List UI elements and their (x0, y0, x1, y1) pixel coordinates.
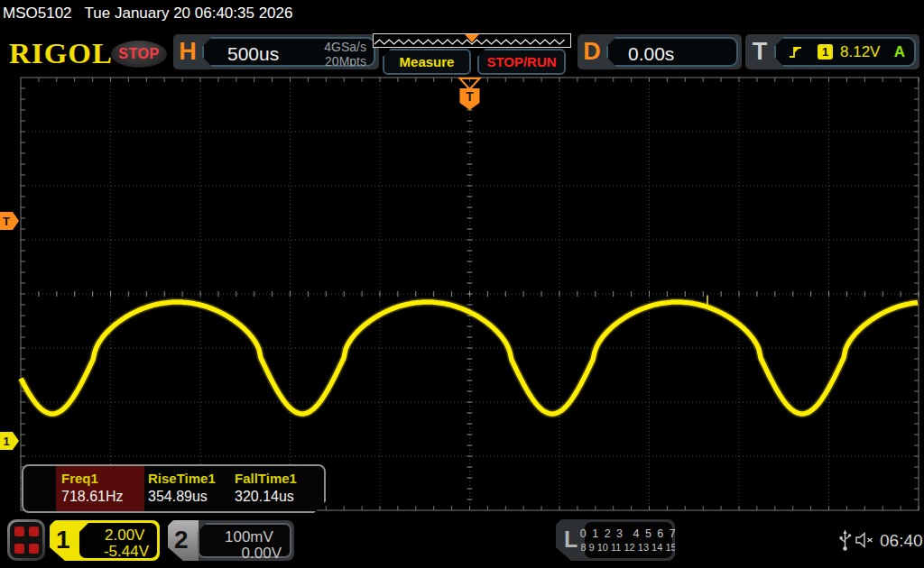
channel2-status-box[interactable]: 2 100mV 0.00V (168, 520, 294, 561)
measure-button[interactable]: Measure (383, 49, 471, 75)
timebase-value: 500us (227, 43, 279, 65)
logic-label: L (564, 527, 578, 553)
measurement-name: Freq1 (61, 471, 98, 486)
trigger-position-marker[interactable]: T (460, 78, 480, 110)
main-menu-button[interactable] (7, 519, 45, 561)
svg-text:T: T (466, 89, 474, 104)
horizontal-position-indicator[interactable] (373, 33, 571, 48)
usb-icon (838, 528, 852, 552)
delay-value: 0.00s (628, 43, 674, 65)
trigger-label: T (745, 34, 774, 69)
sample-rate: 4GSa/s (324, 40, 366, 54)
horizontal-label: H (173, 34, 202, 69)
measurement-panel[interactable]: Freq1 718.61Hz RiseTime1 354.89us FallTi… (22, 464, 326, 513)
measurement-value: 354.89us (148, 489, 208, 505)
horizontal-settings-box[interactable]: H 500us 4GSa/s 20Mpts (173, 34, 379, 69)
top-info-bar: MSO5102 Tue January 20 06:40:35 2026 (3, 5, 292, 23)
logic-row-0-7: 0 1 2 3 4 5 6 7 (580, 527, 677, 540)
channel2-values-box: 100mV 0.00V (198, 523, 291, 558)
logic-channels-box[interactable]: L 0 1 2 3 4 5 6 7 8 9 10 11 12 13 14 15 (556, 519, 675, 561)
channel1-ground-marker[interactable]: 1 (0, 432, 19, 450)
trigger-level-value: 8.12V (840, 43, 880, 61)
horizontal-box: 500us 4GSa/s 20Mpts (202, 37, 375, 67)
svg-text:T: T (3, 215, 10, 228)
delay-label: D (578, 34, 606, 69)
delay-box: 0.00s (606, 37, 738, 67)
model-name: MSO5102 (3, 5, 72, 23)
measurement-name: RiseTime1 (148, 471, 216, 486)
datetime-text: Tue January 20 06:40:35 2026 (85, 5, 293, 23)
logic-row-8-15: 8 9 10 11 12 13 14 15 (580, 542, 676, 553)
channel1-offset: -5.44V (104, 543, 149, 561)
delay-settings-box[interactable]: D 0.00s (578, 34, 742, 69)
acquisition-status-badge: STOP (111, 41, 167, 68)
graticule (21, 78, 919, 510)
trigger-sweep-mode: A (894, 43, 905, 61)
clock-text: 06:40 (880, 531, 923, 551)
channel1-values-box: 2.00V -5.44V (79, 523, 157, 558)
trigger-settings-box[interactable]: T 1 8.12V A (745, 34, 919, 69)
logic-channel-list: 0 1 2 3 4 5 6 7 8 9 10 11 12 13 14 15 (585, 522, 672, 558)
trigger-source-badge: 1 (818, 44, 833, 60)
channel2-offset: 0.00V (242, 545, 282, 563)
menu-grid-icon (10, 522, 42, 558)
trigger-box: 1 8.12V A (774, 37, 916, 67)
measurement-name: FallTime1 (235, 471, 297, 486)
channel1-waveform-trace (21, 296, 918, 414)
svg-text:1: 1 (3, 435, 9, 448)
channel2-number: 2 (174, 526, 189, 554)
channel1-status-box[interactable]: 1 2.00V -5.44V (50, 520, 160, 561)
measurement-value: 718.61Hz (61, 489, 124, 505)
trigger-position-pointer-icon[interactable] (465, 34, 479, 42)
measurement-value: 320.14us (235, 489, 294, 505)
stop-run-button[interactable]: STOP/RUN (477, 49, 566, 75)
trigger-level-marker[interactable]: T (0, 212, 19, 230)
memory-depth: 20Mpts (324, 54, 366, 69)
rigol-logo: RIGOL (9, 39, 113, 70)
channel2-scale: 100mV (225, 528, 273, 546)
channel1-number: 1 (56, 526, 70, 554)
speaker-muted-icon[interactable] (855, 531, 877, 549)
sample-rate-stack: 4GSa/s 20Mpts (324, 40, 366, 69)
channel1-scale: 2.00V (105, 527, 144, 545)
rising-edge-trigger-icon (789, 45, 803, 60)
